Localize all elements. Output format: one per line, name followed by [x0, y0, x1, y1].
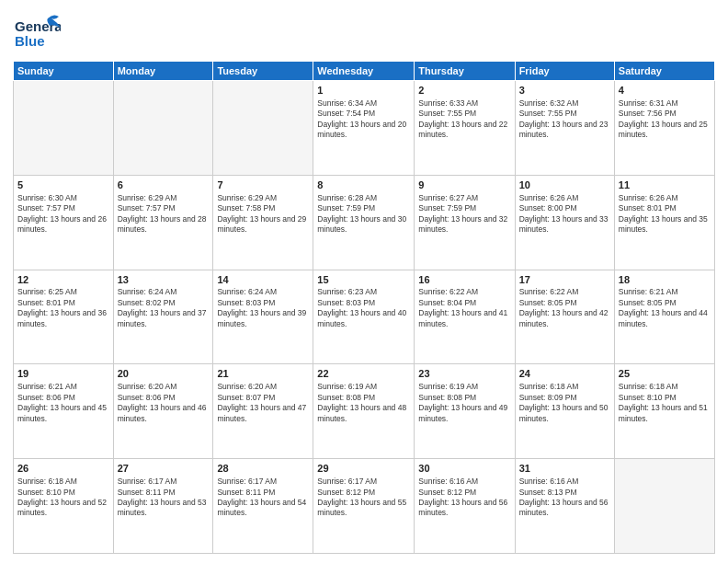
day-info: Sunrise: 6:26 AM Sunset: 8:00 PM Dayligh… — [519, 193, 610, 236]
weekday-header-sunday: Sunday — [14, 62, 114, 81]
day-info: Sunrise: 6:17 AM Sunset: 8:11 PM Dayligh… — [217, 477, 309, 519]
day-number: 17 — [519, 273, 610, 287]
day-info: Sunrise: 6:21 AM Sunset: 8:05 PM Dayligh… — [619, 287, 711, 329]
day-info: Sunrise: 6:25 AM Sunset: 8:01 PM Dayligh… — [17, 287, 109, 329]
calendar-cell: 2Sunrise: 6:33 AM Sunset: 7:55 PM Daylig… — [415, 81, 515, 176]
calendar-week-4: 19Sunrise: 6:21 AM Sunset: 8:06 PM Dayli… — [14, 364, 715, 459]
calendar-cell: 13Sunrise: 6:24 AM Sunset: 8:02 PM Dayli… — [113, 270, 213, 364]
day-number: 11 — [619, 178, 711, 192]
day-info: Sunrise: 6:24 AM Sunset: 8:03 PM Dayligh… — [217, 287, 309, 329]
day-info: Sunrise: 6:18 AM Sunset: 8:10 PM Dayligh… — [17, 477, 109, 519]
day-number: 28 — [217, 462, 309, 476]
calendar-week-2: 5Sunrise: 6:30 AM Sunset: 7:57 PM Daylig… — [14, 175, 715, 270]
logo: General Blue — [13, 11, 64, 55]
day-info: Sunrise: 6:19 AM Sunset: 8:08 PM Dayligh… — [418, 382, 510, 424]
calendar-cell: 23Sunrise: 6:19 AM Sunset: 8:08 PM Dayli… — [415, 364, 515, 459]
calendar-week-1: 1Sunrise: 6:34 AM Sunset: 7:54 PM Daylig… — [14, 81, 715, 176]
day-info: Sunrise: 6:23 AM Sunset: 8:03 PM Dayligh… — [317, 287, 410, 329]
day-number: 20 — [118, 367, 210, 381]
calendar-cell: 22Sunrise: 6:19 AM Sunset: 8:08 PM Dayli… — [313, 364, 415, 459]
day-info: Sunrise: 6:17 AM Sunset: 8:12 PM Dayligh… — [317, 477, 410, 519]
day-number: 30 — [418, 462, 510, 476]
day-number: 18 — [619, 273, 711, 287]
day-info: Sunrise: 6:34 AM Sunset: 7:54 PM Dayligh… — [317, 98, 410, 141]
day-number: 15 — [317, 273, 410, 287]
calendar-cell: 31Sunrise: 6:16 AM Sunset: 8:13 PM Dayli… — [515, 459, 614, 554]
calendar-cell: 10Sunrise: 6:26 AM Sunset: 8:00 PM Dayli… — [515, 175, 614, 270]
calendar-cell: 17Sunrise: 6:22 AM Sunset: 8:05 PM Dayli… — [515, 270, 614, 364]
day-info: Sunrise: 6:18 AM Sunset: 8:10 PM Dayligh… — [619, 382, 711, 424]
day-info: Sunrise: 6:29 AM Sunset: 7:57 PM Dayligh… — [118, 193, 210, 236]
day-number: 7 — [217, 178, 309, 192]
calendar-cell: 16Sunrise: 6:22 AM Sunset: 8:04 PM Dayli… — [415, 270, 515, 364]
day-number: 12 — [17, 273, 109, 287]
header: General Blue — [13, 11, 715, 55]
day-info: Sunrise: 6:32 AM Sunset: 7:55 PM Dayligh… — [519, 98, 610, 141]
day-info: Sunrise: 6:33 AM Sunset: 7:55 PM Dayligh… — [418, 98, 510, 141]
day-info: Sunrise: 6:20 AM Sunset: 8:06 PM Dayligh… — [118, 382, 210, 424]
day-info: Sunrise: 6:31 AM Sunset: 7:56 PM Dayligh… — [619, 98, 711, 141]
day-number: 8 — [317, 178, 410, 192]
day-number: 14 — [217, 273, 309, 287]
day-info: Sunrise: 6:19 AM Sunset: 8:08 PM Dayligh… — [317, 382, 410, 424]
day-info: Sunrise: 6:18 AM Sunset: 8:09 PM Dayligh… — [519, 382, 610, 424]
day-number: 4 — [619, 84, 711, 98]
day-number: 16 — [418, 273, 510, 287]
day-number: 26 — [17, 462, 109, 476]
calendar-cell: 18Sunrise: 6:21 AM Sunset: 8:05 PM Dayli… — [614, 270, 714, 364]
calendar-cell — [14, 81, 114, 176]
calendar-cell: 30Sunrise: 6:16 AM Sunset: 8:12 PM Dayli… — [415, 459, 515, 554]
calendar-cell: 12Sunrise: 6:25 AM Sunset: 8:01 PM Dayli… — [14, 270, 114, 364]
day-number: 10 — [519, 178, 610, 192]
day-number: 2 — [418, 84, 510, 98]
calendar-cell: 26Sunrise: 6:18 AM Sunset: 8:10 PM Dayli… — [14, 459, 114, 554]
calendar-cell: 1Sunrise: 6:34 AM Sunset: 7:54 PM Daylig… — [313, 81, 415, 176]
weekday-header-friday: Friday — [515, 62, 614, 81]
day-info: Sunrise: 6:24 AM Sunset: 8:02 PM Dayligh… — [118, 287, 210, 329]
day-number: 31 — [519, 462, 610, 476]
day-info: Sunrise: 6:17 AM Sunset: 8:11 PM Dayligh… — [118, 477, 210, 519]
day-number: 13 — [118, 273, 210, 287]
day-number: 3 — [519, 84, 610, 98]
calendar-cell: 19Sunrise: 6:21 AM Sunset: 8:06 PM Dayli… — [14, 364, 114, 459]
day-number: 19 — [17, 367, 109, 381]
day-number: 27 — [118, 462, 210, 476]
day-number: 6 — [118, 178, 210, 192]
day-number: 5 — [17, 178, 109, 192]
weekday-header-wednesday: Wednesday — [313, 62, 415, 81]
calendar-cell: 4Sunrise: 6:31 AM Sunset: 7:56 PM Daylig… — [614, 81, 714, 176]
day-info: Sunrise: 6:30 AM Sunset: 7:57 PM Dayligh… — [17, 193, 109, 236]
day-info: Sunrise: 6:22 AM Sunset: 8:05 PM Dayligh… — [519, 287, 610, 329]
calendar-week-3: 12Sunrise: 6:25 AM Sunset: 8:01 PM Dayli… — [14, 270, 715, 364]
calendar-header-row: SundayMondayTuesdayWednesdayThursdayFrid… — [14, 62, 715, 81]
calendar-cell: 7Sunrise: 6:29 AM Sunset: 7:58 PM Daylig… — [213, 175, 313, 270]
calendar-cell: 14Sunrise: 6:24 AM Sunset: 8:03 PM Dayli… — [213, 270, 313, 364]
day-number: 25 — [619, 367, 711, 381]
calendar-cell: 20Sunrise: 6:20 AM Sunset: 8:06 PM Dayli… — [113, 364, 213, 459]
day-number: 22 — [317, 367, 410, 381]
calendar-table: SundayMondayTuesdayWednesdayThursdayFrid… — [13, 61, 715, 554]
weekday-header-thursday: Thursday — [415, 62, 515, 81]
day-number: 21 — [217, 367, 309, 381]
day-info: Sunrise: 6:27 AM Sunset: 7:59 PM Dayligh… — [418, 193, 510, 236]
calendar-cell: 27Sunrise: 6:17 AM Sunset: 8:11 PM Dayli… — [113, 459, 213, 554]
calendar-cell: 29Sunrise: 6:17 AM Sunset: 8:12 PM Dayli… — [313, 459, 415, 554]
calendar-cell: 9Sunrise: 6:27 AM Sunset: 7:59 PM Daylig… — [415, 175, 515, 270]
day-number: 9 — [418, 178, 510, 192]
calendar-cell — [213, 81, 313, 176]
day-info: Sunrise: 6:21 AM Sunset: 8:06 PM Dayligh… — [17, 382, 109, 424]
day-info: Sunrise: 6:20 AM Sunset: 8:07 PM Dayligh… — [217, 382, 309, 424]
day-info: Sunrise: 6:16 AM Sunset: 8:13 PM Dayligh… — [519, 477, 610, 519]
day-number: 24 — [519, 367, 610, 381]
calendar-cell: 8Sunrise: 6:28 AM Sunset: 7:59 PM Daylig… — [313, 175, 415, 270]
day-number: 23 — [418, 367, 510, 381]
calendar-cell: 3Sunrise: 6:32 AM Sunset: 7:55 PM Daylig… — [515, 81, 614, 176]
calendar-cell: 21Sunrise: 6:20 AM Sunset: 8:07 PM Dayli… — [213, 364, 313, 459]
day-info: Sunrise: 6:16 AM Sunset: 8:12 PM Dayligh… — [418, 477, 510, 519]
calendar-cell — [614, 459, 714, 554]
day-info: Sunrise: 6:29 AM Sunset: 7:58 PM Dayligh… — [217, 193, 309, 236]
day-info: Sunrise: 6:26 AM Sunset: 8:01 PM Dayligh… — [619, 193, 711, 236]
weekday-header-saturday: Saturday — [614, 62, 714, 81]
calendar-cell: 24Sunrise: 6:18 AM Sunset: 8:09 PM Dayli… — [515, 364, 614, 459]
weekday-header-tuesday: Tuesday — [213, 62, 313, 81]
